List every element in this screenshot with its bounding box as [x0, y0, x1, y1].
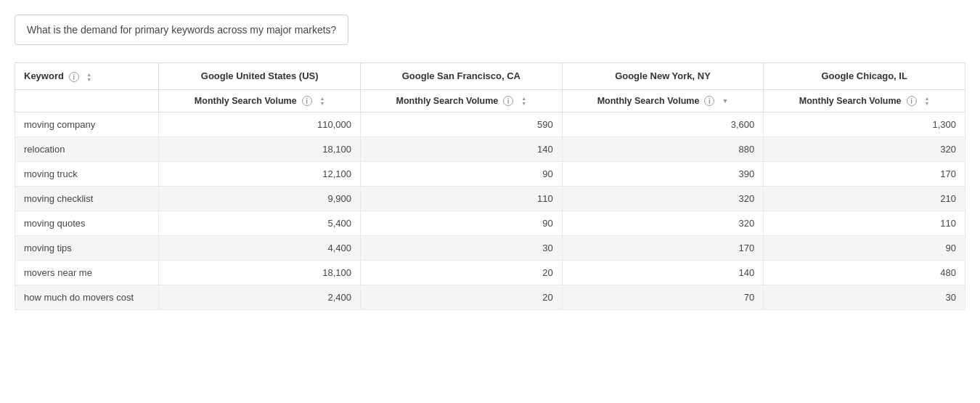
ny-value-cell: 3,600: [562, 112, 764, 137]
keyword-cell: movers near me: [15, 260, 159, 285]
us-info-icon[interactable]: i: [302, 96, 312, 106]
keyword-cell: moving company: [15, 112, 159, 137]
chi-value-cell: 480: [764, 260, 965, 285]
sf-subheader-region: Monthly Search Volume i: [368, 96, 555, 106]
chi-region-label: Google Chicago, IL: [821, 70, 907, 81]
ny-subheader-region: Monthly Search Volume i ▼: [570, 96, 756, 106]
keyword-cell: moving tips: [15, 235, 159, 260]
us-value-cell: 5,400: [159, 211, 361, 235]
ny-region-label: Google New York, NY: [615, 70, 711, 81]
keyword-cell: relocation: [15, 137, 159, 161]
ny-subheader: Monthly Search Volume i ▼: [562, 89, 764, 112]
us-sort-icon[interactable]: [320, 96, 325, 106]
sf-value-cell: 20: [361, 285, 563, 309]
table-row: moving company110,0005903,6001,300: [15, 112, 965, 137]
ny-sort-down-icon[interactable]: ▼: [722, 97, 728, 105]
ny-value-cell: 320: [562, 211, 764, 235]
us-region-header: Google United States (US): [159, 63, 361, 90]
table-row: moving checklist9,900110320210: [15, 186, 965, 211]
keyword-label: Keyword: [24, 70, 64, 81]
table-row: moving truck12,10090390170: [15, 161, 965, 186]
sf-value-cell: 140: [361, 137, 563, 161]
sf-info-icon[interactable]: i: [503, 96, 513, 106]
sf-value-cell: 90: [361, 211, 563, 235]
query-box: What is the demand for primary keywords …: [15, 15, 348, 45]
sf-msv-label: Monthly Search Volume: [396, 96, 498, 106]
keyword-subheader: [15, 89, 159, 112]
chi-value-cell: 1,300: [764, 112, 965, 137]
sf-sort-icon[interactable]: [521, 96, 526, 106]
chi-region-header: Google Chicago, IL: [764, 63, 965, 90]
ny-value-cell: 880: [562, 137, 764, 161]
table-row: moving tips4,4003017090: [15, 235, 965, 260]
us-msv-label: Monthly Search Volume: [195, 96, 297, 106]
us-value-cell: 18,100: [159, 137, 361, 161]
ny-value-cell: 170: [562, 235, 764, 260]
table-row: movers near me18,10020140480: [15, 260, 965, 285]
sf-region-header: Google San Francisco, CA: [361, 63, 563, 90]
keyword-cell: moving quotes: [15, 211, 159, 235]
data-table: Keyword i Google United States (US) Goog…: [15, 62, 965, 310]
query-text: What is the demand for primary keywords …: [27, 24, 336, 36]
chi-info-icon[interactable]: i: [907, 96, 917, 106]
table-wrapper: Keyword i Google United States (US) Goog…: [15, 62, 965, 310]
chi-value-cell: 30: [764, 285, 965, 309]
chi-subheader: Monthly Search Volume i: [764, 89, 965, 112]
sf-region-label: Google San Francisco, CA: [402, 70, 520, 81]
us-value-cell: 2,400: [159, 285, 361, 309]
table-body: moving company110,0005903,6001,300reloca…: [15, 112, 965, 309]
ny-info-icon[interactable]: i: [704, 96, 714, 106]
header-row-2: Monthly Search Volume i Monthly Search V…: [15, 89, 965, 112]
chi-value-cell: 170: [764, 161, 965, 186]
chi-sort-icon[interactable]: [925, 96, 930, 106]
page-container: What is the demand for primary keywords …: [0, 0, 980, 325]
chi-value-cell: 110: [764, 211, 965, 235]
ny-value-cell: 140: [562, 260, 764, 285]
chi-value-cell: 210: [764, 186, 965, 211]
keyword-cell: moving checklist: [15, 186, 159, 211]
us-value-cell: 4,400: [159, 235, 361, 260]
chi-value-cell: 320: [764, 137, 965, 161]
table-row: relocation18,100140880320: [15, 137, 965, 161]
us-value-cell: 12,100: [159, 161, 361, 186]
keyword-cell: moving truck: [15, 161, 159, 186]
keyword-sort-icon[interactable]: [86, 72, 91, 82]
ny-msv-label: Monthly Search Volume: [597, 96, 700, 106]
ny-value-cell: 390: [562, 161, 764, 186]
header-row-1: Keyword i Google United States (US) Goog…: [15, 63, 965, 90]
keyword-cell: how much do movers cost: [15, 285, 159, 309]
sf-value-cell: 30: [361, 235, 563, 260]
ny-region-header: Google New York, NY: [562, 63, 764, 90]
table-row: moving quotes5,40090320110: [15, 211, 965, 235]
table-row: how much do movers cost2,400207030: [15, 285, 965, 309]
sf-subheader: Monthly Search Volume i: [361, 89, 563, 112]
us-value-cell: 18,100: [159, 260, 361, 285]
keyword-col-header: Keyword i: [15, 63, 159, 90]
us-subheader-region: Monthly Search Volume i: [166, 96, 353, 106]
sf-value-cell: 90: [361, 161, 563, 186]
us-value-cell: 110,000: [159, 112, 361, 137]
keyword-info-icon[interactable]: i: [69, 72, 79, 82]
chi-msv-label: Monthly Search Volume: [799, 96, 902, 106]
chi-subheader-region: Monthly Search Volume i: [771, 96, 957, 106]
us-region-label: Google United States (US): [201, 70, 319, 81]
sf-value-cell: 110: [361, 186, 563, 211]
ny-value-cell: 320: [562, 186, 764, 211]
us-subheader: Monthly Search Volume i: [159, 89, 361, 112]
ny-value-cell: 70: [562, 285, 764, 309]
sf-value-cell: 590: [361, 112, 563, 137]
chi-value-cell: 90: [764, 235, 965, 260]
us-value-cell: 9,900: [159, 186, 361, 211]
sf-value-cell: 20: [361, 260, 563, 285]
